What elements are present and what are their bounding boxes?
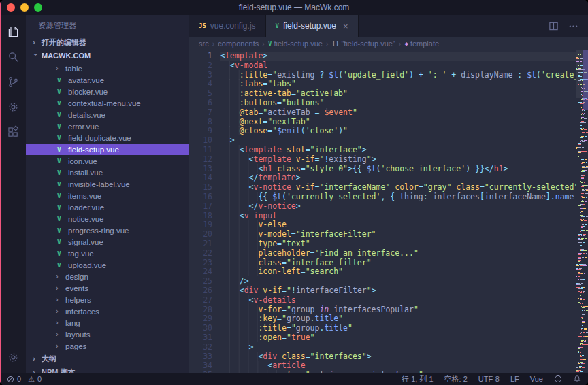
zoom-window-button[interactable]	[34, 3, 42, 12]
code-line[interactable]: <template slot="interface">	[220, 146, 576, 155]
code-line[interactable]: :key="group.title"	[220, 314, 576, 324]
language-mode[interactable]: Vue	[530, 375, 543, 383]
breadcrumb-item[interactable]: Vfield-setup.vue	[268, 39, 323, 48]
line-number[interactable]: 19	[189, 220, 212, 230]
code-line[interactable]: :tabs="tabs"	[220, 80, 576, 89]
line-number[interactable]: 17	[189, 202, 212, 212]
code-line[interactable]: class="interface-filter"	[220, 258, 576, 268]
eol-selector[interactable]: LF	[510, 375, 519, 383]
line-number[interactable]: 6	[189, 99, 212, 108]
line-number[interactable]: 22	[189, 249, 212, 258]
tree-folder-interfaces[interactable]: ›interfaces	[26, 305, 189, 317]
line-number[interactable]: 9	[189, 127, 212, 136]
breadcrumb-item[interactable]: components	[218, 39, 259, 48]
tree-file-blocker.vue[interactable]: Vblocker.vue	[26, 86, 189, 97]
notifications-bell-icon[interactable]	[573, 375, 581, 383]
line-number[interactable]: 10	[189, 136, 212, 146]
line-number[interactable]: 4	[189, 80, 212, 89]
code-line[interactable]: v-for="group in interfacesPopular"	[220, 305, 576, 315]
line-number[interactable]: 21	[189, 239, 212, 249]
tree-file-error.vue[interactable]: Verror.vue	[26, 120, 189, 132]
encoding[interactable]: UTF-8	[478, 375, 500, 383]
code-line[interactable]: {{ $t('currently_selected', { thing: int…	[220, 192, 576, 202]
code-line[interactable]: <template v-if="!existing">	[220, 155, 576, 165]
line-number[interactable]: 3	[189, 71, 212, 80]
line-number[interactable]: 27	[189, 296, 212, 305]
tree-folder-layouts[interactable]: ›layouts	[26, 329, 189, 340]
code-line[interactable]: <h1 class="style-0">{{ $t('choose_interf…	[220, 165, 576, 174]
tree-folder-pages[interactable]: ›pages	[26, 340, 189, 352]
tree-file-details.vue[interactable]: Vdetails.vue	[26, 109, 189, 120]
line-number[interactable]: 16	[189, 192, 212, 202]
debug-icon[interactable]	[0, 95, 26, 120]
line-number[interactable]: 24	[189, 267, 212, 277]
tree-file-field-duplicate.vue[interactable]: Vfield-duplicate.vue	[26, 132, 189, 144]
code-line[interactable]: <div v-if="!interfaceFilter">	[220, 286, 576, 296]
tree-folder-lang[interactable]: ›lang	[26, 317, 189, 329]
line-number[interactable]: 33	[189, 352, 212, 362]
line-number[interactable]: 30	[189, 324, 212, 333]
outline-section[interactable]: › 大纲	[26, 352, 189, 365]
tree-file-icon.vue[interactable]: Vicon.vue	[26, 155, 189, 167]
breadcrumb-item[interactable]: ◆template	[404, 39, 439, 48]
scrollbar-slider[interactable]	[583, 50, 588, 110]
close-window-button[interactable]	[7, 3, 15, 12]
code-line[interactable]: <template>	[220, 52, 576, 61]
code-line[interactable]: :open="true"	[220, 333, 576, 343]
more-actions-icon[interactable]	[568, 21, 578, 31]
line-number[interactable]: 34	[189, 361, 212, 371]
tree-file-field-setup.vue[interactable]: Vfield-setup.vue	[26, 144, 189, 155]
tree-file-items.vue[interactable]: Vitems.vue	[26, 190, 189, 201]
tree-file-avatar.vue[interactable]: Vavatar.vue	[26, 74, 189, 86]
tree-file-loader.vue[interactable]: Vloader.vue	[26, 201, 189, 213]
code-line[interactable]: </v-notice>	[220, 202, 576, 212]
tab-vue.config.js[interactable]: JSvue.config.js	[189, 15, 266, 37]
code-line[interactable]: >	[220, 343, 576, 352]
npm-scripts-section[interactable]: › NPM 脚本	[26, 365, 189, 373]
line-number[interactable]: 13	[189, 165, 212, 174]
line-number[interactable]: 20	[189, 230, 212, 239]
code-line[interactable]: @close="$emit('close')"	[220, 127, 576, 136]
tree-file-install.vue[interactable]: Vinstall.vue	[26, 167, 189, 178]
line-number[interactable]: 2	[189, 61, 212, 71]
tree-file-tag.vue[interactable]: Vtag.vue	[26, 248, 189, 259]
line-number[interactable]: 18	[189, 212, 212, 221]
minimize-window-button[interactable]	[20, 3, 29, 12]
open-editors-section[interactable]: › 打开的编辑器	[26, 35, 189, 49]
code-line[interactable]: >	[220, 136, 576, 146]
workspace-section[interactable]: › MACWK.COM	[26, 49, 189, 63]
code-area[interactable]: <template> <v-modal :title="existing ? $…	[220, 50, 576, 373]
tree-file-invisible-label.vue[interactable]: Vinvisible-label.vue	[26, 178, 189, 190]
indentation[interactable]: 空格: 2	[444, 374, 468, 384]
code-line[interactable]: </template>	[220, 173, 576, 183]
code-line[interactable]: <v-notice v-if="interfaceName" color="gr…	[220, 183, 576, 192]
code-line[interactable]: <v-input	[220, 212, 576, 221]
code-line[interactable]: v-else	[220, 220, 576, 230]
code-line[interactable]: />	[220, 277, 576, 286]
breadcrumb-item[interactable]: {}"field-setup.vue"	[332, 39, 395, 48]
code-line[interactable]: :active-tab="activeTab"	[220, 89, 576, 99]
line-number[interactable]: 15	[189, 183, 212, 192]
line-number[interactable]: 25	[189, 277, 212, 286]
tree-file-notice.vue[interactable]: Vnotice.vue	[26, 213, 189, 224]
tree-folder-events[interactable]: ›events	[26, 282, 189, 294]
line-number[interactable]: 26	[189, 286, 212, 296]
feedback-smiley-icon[interactable]	[554, 375, 562, 383]
line-number[interactable]: 32	[189, 343, 212, 352]
cursor-position[interactable]: 行 1, 列 1	[402, 374, 433, 384]
line-number[interactable]: 11	[189, 146, 212, 155]
code-line[interactable]: <v-details	[220, 296, 576, 305]
code-line[interactable]: <article	[220, 361, 576, 371]
line-number[interactable]: 12	[189, 155, 212, 165]
tree-folder-design[interactable]: ›design	[26, 271, 189, 282]
tree-file-progress-ring.vue[interactable]: Vprogress-ring.vue	[26, 224, 189, 236]
tree-folder-helpers[interactable]: ›helpers	[26, 294, 189, 305]
tree-file-contextual-menu.vue[interactable]: Vcontextual-menu.vue	[26, 97, 189, 109]
code-line[interactable]: <div class="interfaces">	[220, 352, 576, 362]
code-line[interactable]: placeholder="Find an interface..."	[220, 249, 576, 258]
extensions-icon[interactable]	[0, 120, 26, 145]
tab-field-setup.vue[interactable]: Vfield-setup.vue×	[266, 15, 359, 37]
source-control-icon[interactable]	[0, 69, 26, 95]
line-number[interactable]: 7	[189, 108, 212, 118]
line-number[interactable]: 29	[189, 314, 212, 324]
